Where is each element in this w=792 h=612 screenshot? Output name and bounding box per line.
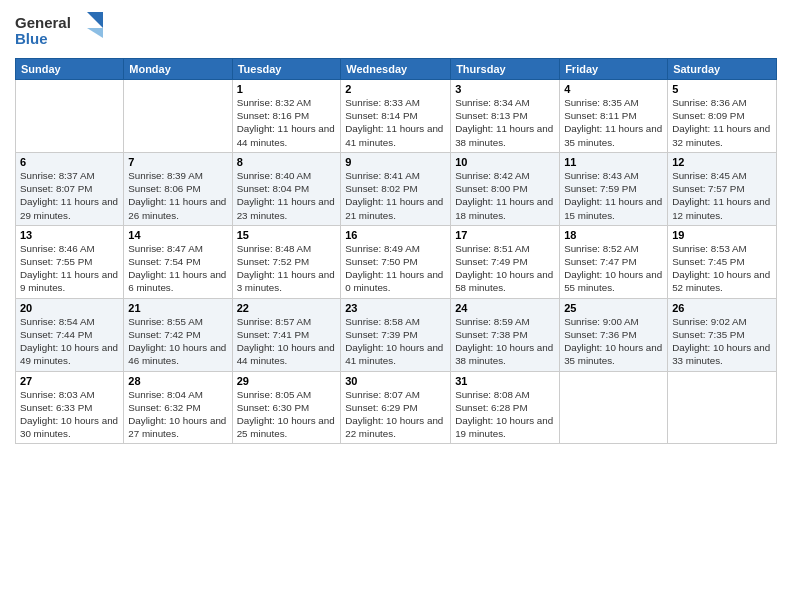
day-number: 9 [345,156,446,168]
day-number: 19 [672,229,772,241]
calendar-week-4: 20Sunrise: 8:54 AMSunset: 7:44 PMDayligh… [16,298,777,371]
day-number: 29 [237,375,337,387]
day-info: Sunrise: 8:42 AMSunset: 8:00 PMDaylight:… [455,169,555,222]
day-number: 15 [237,229,337,241]
calendar-cell: 24Sunrise: 8:59 AMSunset: 7:38 PMDayligh… [451,298,560,371]
day-number: 24 [455,302,555,314]
day-number: 31 [455,375,555,387]
day-info: Sunrise: 8:41 AMSunset: 8:02 PMDaylight:… [345,169,446,222]
calendar-cell: 25Sunrise: 9:00 AMSunset: 7:36 PMDayligh… [560,298,668,371]
day-info: Sunrise: 8:55 AMSunset: 7:42 PMDaylight:… [128,315,227,368]
calendar-cell: 28Sunrise: 8:04 AMSunset: 6:32 PMDayligh… [124,371,232,444]
day-info: Sunrise: 8:07 AMSunset: 6:29 PMDaylight:… [345,388,446,441]
day-info: Sunrise: 8:04 AMSunset: 6:32 PMDaylight:… [128,388,227,441]
day-number: 11 [564,156,663,168]
day-info: Sunrise: 8:34 AMSunset: 8:13 PMDaylight:… [455,96,555,149]
day-number: 27 [20,375,119,387]
calendar-cell: 21Sunrise: 8:55 AMSunset: 7:42 PMDayligh… [124,298,232,371]
calendar-header-friday: Friday [560,59,668,80]
svg-text:Blue: Blue [15,30,48,47]
day-number: 16 [345,229,446,241]
day-info: Sunrise: 8:36 AMSunset: 8:09 PMDaylight:… [672,96,772,149]
day-info: Sunrise: 9:00 AMSunset: 7:36 PMDaylight:… [564,315,663,368]
calendar-cell: 26Sunrise: 9:02 AMSunset: 7:35 PMDayligh… [668,298,777,371]
calendar-header-saturday: Saturday [668,59,777,80]
calendar-week-2: 6Sunrise: 8:37 AMSunset: 8:07 PMDaylight… [16,152,777,225]
calendar-week-5: 27Sunrise: 8:03 AMSunset: 6:33 PMDayligh… [16,371,777,444]
calendar-week-3: 13Sunrise: 8:46 AMSunset: 7:55 PMDayligh… [16,225,777,298]
day-number: 26 [672,302,772,314]
day-number: 14 [128,229,227,241]
day-info: Sunrise: 8:54 AMSunset: 7:44 PMDaylight:… [20,315,119,368]
calendar-cell: 1Sunrise: 8:32 AMSunset: 8:16 PMDaylight… [232,80,341,153]
day-number: 1 [237,83,337,95]
day-number: 25 [564,302,663,314]
day-info: Sunrise: 8:08 AMSunset: 6:28 PMDaylight:… [455,388,555,441]
day-info: Sunrise: 8:43 AMSunset: 7:59 PMDaylight:… [564,169,663,222]
calendar-week-1: 1Sunrise: 8:32 AMSunset: 8:16 PMDaylight… [16,80,777,153]
calendar-cell: 22Sunrise: 8:57 AMSunset: 7:41 PMDayligh… [232,298,341,371]
calendar-cell: 3Sunrise: 8:34 AMSunset: 8:13 PMDaylight… [451,80,560,153]
day-number: 30 [345,375,446,387]
page-container: General Blue SundayMondayTuesdayWednesda… [0,0,792,454]
calendar-cell [16,80,124,153]
day-info: Sunrise: 8:03 AMSunset: 6:33 PMDaylight:… [20,388,119,441]
day-info: Sunrise: 8:39 AMSunset: 8:06 PMDaylight:… [128,169,227,222]
day-number: 10 [455,156,555,168]
day-number: 22 [237,302,337,314]
day-info: Sunrise: 8:49 AMSunset: 7:50 PMDaylight:… [345,242,446,295]
day-number: 13 [20,229,119,241]
day-info: Sunrise: 8:51 AMSunset: 7:49 PMDaylight:… [455,242,555,295]
svg-marker-3 [87,28,103,38]
calendar-cell: 23Sunrise: 8:58 AMSunset: 7:39 PMDayligh… [341,298,451,371]
calendar-cell [560,371,668,444]
calendar-cell: 14Sunrise: 8:47 AMSunset: 7:54 PMDayligh… [124,225,232,298]
day-info: Sunrise: 8:32 AMSunset: 8:16 PMDaylight:… [237,96,337,149]
day-number: 4 [564,83,663,95]
calendar-header-wednesday: Wednesday [341,59,451,80]
calendar-cell: 15Sunrise: 8:48 AMSunset: 7:52 PMDayligh… [232,225,341,298]
day-number: 3 [455,83,555,95]
logo-icon: General Blue [15,10,105,50]
calendar-cell: 4Sunrise: 8:35 AMSunset: 8:11 PMDaylight… [560,80,668,153]
day-info: Sunrise: 8:52 AMSunset: 7:47 PMDaylight:… [564,242,663,295]
calendar-cell [668,371,777,444]
day-info: Sunrise: 8:58 AMSunset: 7:39 PMDaylight:… [345,315,446,368]
day-info: Sunrise: 8:46 AMSunset: 7:55 PMDaylight:… [20,242,119,295]
day-info: Sunrise: 8:57 AMSunset: 7:41 PMDaylight:… [237,315,337,368]
day-number: 7 [128,156,227,168]
calendar-header-tuesday: Tuesday [232,59,341,80]
calendar-cell: 27Sunrise: 8:03 AMSunset: 6:33 PMDayligh… [16,371,124,444]
logo: General Blue [15,10,105,50]
day-info: Sunrise: 8:35 AMSunset: 8:11 PMDaylight:… [564,96,663,149]
day-number: 2 [345,83,446,95]
calendar-cell: 19Sunrise: 8:53 AMSunset: 7:45 PMDayligh… [668,225,777,298]
day-info: Sunrise: 8:53 AMSunset: 7:45 PMDaylight:… [672,242,772,295]
svg-text:General: General [15,14,71,31]
calendar-cell: 10Sunrise: 8:42 AMSunset: 8:00 PMDayligh… [451,152,560,225]
day-number: 20 [20,302,119,314]
calendar-cell: 17Sunrise: 8:51 AMSunset: 7:49 PMDayligh… [451,225,560,298]
calendar-cell: 18Sunrise: 8:52 AMSunset: 7:47 PMDayligh… [560,225,668,298]
day-number: 5 [672,83,772,95]
calendar-header-sunday: Sunday [16,59,124,80]
calendar-header-thursday: Thursday [451,59,560,80]
day-number: 12 [672,156,772,168]
calendar-cell: 16Sunrise: 8:49 AMSunset: 7:50 PMDayligh… [341,225,451,298]
calendar-header-monday: Monday [124,59,232,80]
calendar-cell [124,80,232,153]
svg-marker-2 [87,12,103,28]
day-number: 28 [128,375,227,387]
day-number: 21 [128,302,227,314]
calendar-cell: 29Sunrise: 8:05 AMSunset: 6:30 PMDayligh… [232,371,341,444]
day-number: 6 [20,156,119,168]
calendar-cell: 20Sunrise: 8:54 AMSunset: 7:44 PMDayligh… [16,298,124,371]
calendar-cell: 6Sunrise: 8:37 AMSunset: 8:07 PMDaylight… [16,152,124,225]
calendar-cell: 8Sunrise: 8:40 AMSunset: 8:04 PMDaylight… [232,152,341,225]
calendar-cell: 13Sunrise: 8:46 AMSunset: 7:55 PMDayligh… [16,225,124,298]
day-number: 18 [564,229,663,241]
calendar-cell: 11Sunrise: 8:43 AMSunset: 7:59 PMDayligh… [560,152,668,225]
day-number: 8 [237,156,337,168]
day-info: Sunrise: 9:02 AMSunset: 7:35 PMDaylight:… [672,315,772,368]
calendar-cell: 5Sunrise: 8:36 AMSunset: 8:09 PMDaylight… [668,80,777,153]
